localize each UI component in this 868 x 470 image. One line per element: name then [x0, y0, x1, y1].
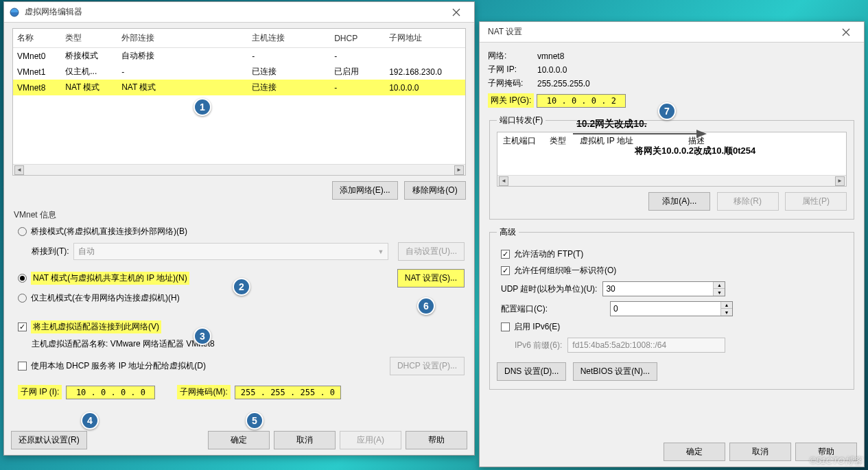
spin-down-icon[interactable]: ▼ — [721, 309, 732, 316]
allow-ftp-label: 允许活动的 FTP(T) — [514, 248, 583, 260]
connect-host-adapter-option[interactable]: 将主机虚拟适配器连接到此网络(V) — [18, 320, 465, 333]
apply-button: 应用(A) — [340, 431, 401, 449]
network-table[interactable]: 名称 类型 外部连接 主机连接 DHCP 子网地址 VMnet0 桥接模式 自动… — [12, 28, 466, 176]
checkbox-icon[interactable] — [18, 362, 27, 371]
mask-label: 子网掩码: — [488, 78, 537, 89]
horizontal-scrollbar[interactable]: ◄ ► — [497, 175, 846, 186]
bottom-button-bar: 还原默认设置(R) 确定 取消 应用(A) 帮助 — [11, 431, 467, 449]
titlebar: NAT 设置 — [480, 22, 864, 43]
step-marker-7: 7 — [658, 102, 676, 120]
use-dhcp-label: 使用本地 DHCP 服务将 IP 地址分配给虚拟机(D) — [31, 360, 206, 372]
bridge-to-select: 自动 ▼ — [73, 243, 389, 260]
advanced-group: 高级 允许活动的 FTP(T) 允许任何组织唯一标识符(O) UDP 超时(以秒… — [489, 226, 854, 390]
cancel-button[interactable]: 取消 — [729, 443, 791, 461]
col-dhcp[interactable]: DHCP — [330, 29, 385, 48]
enable-ipv6-option[interactable]: 启用 IPv6(E) — [501, 321, 847, 333]
spin-up-icon[interactable]: ▲ — [721, 302, 732, 309]
host-adapter-name: 主机虚拟适配器名称: VMware 网络适配器 VMnet8 — [32, 338, 465, 350]
col-name[interactable]: 名称 — [13, 29, 61, 48]
port-forward-legend: 端口转发(F) — [497, 115, 546, 126]
col-subnet[interactable]: 子网地址 — [385, 29, 465, 48]
titlebar: 虚拟网络编辑器 — [4, 2, 474, 23]
checkbox-icon[interactable] — [501, 322, 510, 331]
annotation-text: 将网关10.0.0.2改成10.顺0t254 — [635, 145, 755, 157]
col-external[interactable]: 外部连接 — [117, 29, 248, 48]
svg-marker-3 — [696, 130, 707, 138]
dns-settings-button[interactable]: DNS 设置(D)... — [497, 362, 566, 381]
step-marker-5: 5 — [246, 412, 263, 430]
cancel-button[interactable]: 取消 — [274, 431, 336, 449]
scroll-left-icon[interactable]: ◄ — [499, 176, 508, 186]
step-marker-1: 1 — [193, 98, 211, 116]
netbios-settings-button[interactable]: NetBIOS 设置(N)... — [573, 362, 657, 381]
use-dhcp-option[interactable]: 使用本地 DHCP 服务将 IP 地址分配给虚拟机(D) DHCP 设置(P).… — [18, 357, 465, 375]
restore-defaults-button[interactable]: 还原默认设置(R) — [11, 431, 87, 449]
spin-down-icon[interactable]: ▼ — [714, 289, 725, 296]
col-hostport[interactable]: 主机端口 — [503, 135, 536, 147]
annotation-text: 10.2网关改成10. — [576, 118, 647, 130]
virtual-network-editor-window: 虚拟网络编辑器 名称 类型 外部连接 主机连接 DHCP 子网地址 VMnet0 — [3, 1, 475, 456]
network-label: 网络: — [488, 50, 537, 62]
bottom-button-bar: 确定 取消 帮助 — [486, 443, 857, 461]
remove-network-button[interactable]: 移除网络(O) — [404, 181, 466, 200]
horizontal-scrollbar[interactable]: ◄ ► — [13, 164, 465, 175]
ipv6-prefix-label: IPv6 前缀(6): — [515, 340, 562, 351]
help-button[interactable]: 帮助 — [406, 431, 467, 449]
window-title: 虚拟网络编辑器 — [25, 6, 443, 18]
gateway-ip-input[interactable]: 10 . 0 . 0 . 2 — [537, 94, 626, 108]
bridge-mode-option[interactable]: 桥接模式(将虚拟机直接连接到外部网络)(B) — [18, 226, 465, 237]
vmnet-info-label: VMnet 信息 — [14, 209, 465, 221]
radio-icon[interactable] — [18, 227, 27, 236]
scroll-right-icon[interactable]: ► — [454, 165, 464, 175]
add-network-button[interactable]: 添加网络(E)... — [332, 181, 398, 200]
step-marker-4: 4 — [81, 412, 99, 430]
auto-settings-button: 自动设置(U)... — [398, 242, 465, 261]
allow-org-option[interactable]: 允许任何组织唯一标识符(O) — [501, 265, 847, 277]
subnet-ip-input[interactable]: 10 . 0 . 0 . 0 — [66, 386, 155, 399]
radio-icon[interactable] — [18, 294, 27, 303]
close-button[interactable] — [832, 23, 860, 42]
radio-icon[interactable] — [18, 274, 27, 283]
checkbox-icon[interactable] — [501, 266, 510, 275]
udp-timeout-label: UDP 超时(以秒为单位)(U): — [501, 283, 597, 295]
spin-up-icon[interactable]: ▲ — [714, 282, 725, 289]
window-body: 网络:vmnet8 子网 IP:10.0.0.0 子网掩码:255.255.25… — [480, 43, 864, 401]
connect-host-label: 将主机虚拟适配器连接到此网络(V) — [31, 320, 161, 333]
add-button[interactable]: 添加(A)... — [648, 192, 710, 211]
table-row[interactable]: VMnet1 仅主机... - 已连接 已启用 192.168.230.0 — [13, 64, 465, 80]
enable-ipv6-label: 启用 IPv6(E) — [514, 321, 560, 333]
col-type[interactable]: 类型 — [550, 135, 566, 147]
bridge-to-label: 桥接到(T): — [32, 246, 69, 257]
app-icon — [8, 6, 21, 19]
subnetip-label: 子网 IP: — [488, 64, 537, 75]
subnetip-value: 10.0.0.0 — [537, 65, 567, 75]
col-hostconn[interactable]: 主机连接 — [248, 29, 330, 48]
checkbox-icon[interactable] — [18, 322, 27, 331]
step-marker-3: 3 — [193, 327, 211, 345]
allow-ftp-option[interactable]: 允许活动的 FTP(T) — [501, 248, 847, 260]
window-title: NAT 设置 — [484, 26, 832, 38]
col-type[interactable]: 类型 — [61, 29, 117, 48]
mask-value: 255.255.255.0 — [537, 79, 590, 89]
scroll-left-icon[interactable]: ◄ — [14, 165, 24, 175]
udp-timeout-input[interactable]: ▲▼ — [602, 281, 725, 296]
close-button[interactable] — [443, 3, 470, 22]
table-row-selected[interactable]: VMnet8 NAT 模式 NAT 模式 已连接 - 10.0.0.0 — [13, 80, 465, 95]
ok-button[interactable]: 确定 — [664, 443, 725, 461]
bridge-mode-label: 桥接模式(将虚拟机直接连接到外部网络)(B) — [31, 226, 187, 237]
subnet-ip-label: 子网 IP (I): — [18, 385, 62, 399]
checkbox-icon[interactable] — [501, 250, 510, 259]
config-port-label: 配置端口(C): — [501, 303, 548, 315]
hostonly-mode-label: 仅主机模式(在专用网络内连接虚拟机)(H) — [31, 292, 180, 304]
subnet-mask-input[interactable]: 255 . 255 . 255 . 0 — [235, 386, 341, 399]
config-port-input[interactable]: ▲▼ — [610, 301, 733, 316]
nat-settings-window: NAT 设置 网络:vmnet8 子网 IP:10.0.0.0 子网掩码:255… — [479, 21, 865, 467]
remove-button: 移除(R) — [717, 192, 779, 211]
nat-settings-button[interactable]: NAT 设置(S)... — [397, 269, 465, 287]
nat-mode-label: NAT 模式(与虚拟机共享主机的 IP 地址)(N) — [31, 272, 189, 285]
ok-button[interactable]: 确定 — [208, 431, 270, 449]
scroll-right-icon[interactable]: ► — [835, 176, 845, 186]
table-row[interactable]: VMnet0 桥接模式 自动桥接 - - — [13, 48, 465, 64]
watermark: ©51CTO博客 — [810, 455, 863, 467]
step-marker-6: 6 — [417, 297, 435, 315]
